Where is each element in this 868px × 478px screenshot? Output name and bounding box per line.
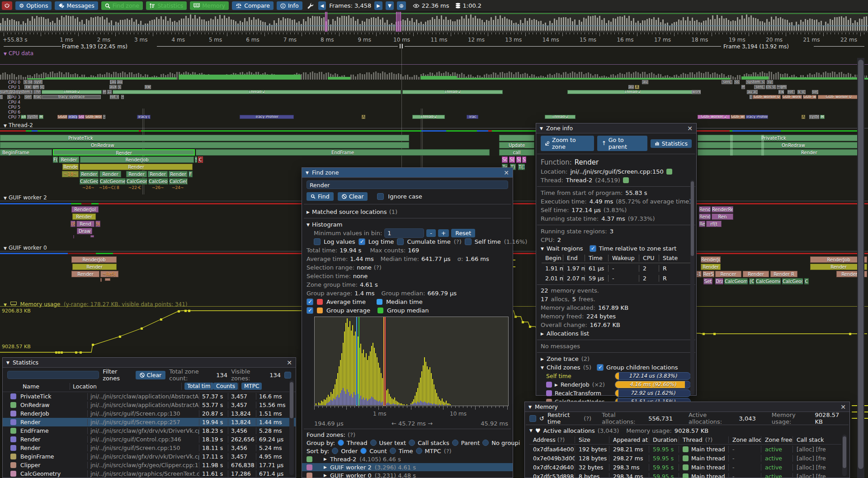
timeline-zone[interactable]: ( (0, 95, 3, 99)
timeline-zone[interactable]: Render (699, 213, 711, 220)
col-name[interactable]: Name (3, 383, 70, 390)
timeline-zone[interactable]: CalcGeome (724, 278, 748, 284)
timeline-zone[interactable]: Tracy (68, 115, 78, 119)
child-zone-row[interactable]: ▶RenderJob(×2)4.16 ms (92.60%) (536, 380, 696, 389)
close-icon[interactable]: ✕ (504, 169, 509, 176)
timeline-zone[interactable]: RenderJob (71, 256, 117, 263)
matched-source-locations[interactable]: Matched source locations (312, 208, 387, 215)
stats-extra-checkbox[interactable] (284, 372, 291, 379)
table-row[interactable]: CalcGeometryjni/../jni/src/claw/graphics… (3, 469, 296, 478)
min-bin-input[interactable]: 1 (384, 228, 424, 238)
allocation-row[interactable]: 0x7dfc53d8988 bytes298.34 ms59.95 sMain … (529, 472, 841, 478)
timeline-zone[interactable]: M (39, 115, 43, 119)
bin-minus-button[interactable]: - (426, 229, 436, 237)
timeline-zone[interactable]: s (24, 80, 28, 84)
timeline-zone[interactable]: Render (53, 149, 195, 156)
timeline-zone[interactable]: surf(@U2g( (0, 90, 15, 94)
timeline-zone[interactable]: sy (767, 80, 773, 84)
find-button[interactable]: Find (307, 192, 334, 201)
table-row[interactable]: Renderjni/../jni/src/guif/Screen.cpp:150… (3, 444, 296, 452)
timeline-zone[interactable]: m (103, 90, 106, 94)
timeline-zone[interactable] (761, 135, 764, 156)
timeline-zone[interactable]: RenderJo (699, 206, 711, 213)
timeline-zone[interactable]: au a( (747, 90, 758, 94)
timeline-zone[interactable]: 9( (95, 221, 100, 227)
zone-info-scrollbar[interactable] (691, 181, 694, 256)
histogram-plot[interactable] (314, 317, 509, 406)
timeline-zone[interactable]: A (635, 85, 639, 89)
timeline-zone[interactable]: GUIF worker 2 (698, 115, 730, 119)
timeline-zone[interactable]: [( (750, 95, 752, 99)
timeline-zone[interactable]: Sc (502, 156, 508, 163)
alloc-call-stack[interactable]: [alloc] [fre (793, 455, 841, 462)
timeline-zone[interactable]: Thre (33, 90, 41, 94)
alloc-call-stack[interactable]: [alloc] [fre (793, 464, 841, 471)
timeline-zone[interactable]: au (117, 80, 123, 84)
timeline-zone[interactable]: Thread-2 (402, 90, 503, 94)
timeline-zone[interactable]: Update (499, 142, 534, 148)
timeline-zone[interactable]: gm (33, 85, 39, 89)
timeline-zone[interactable]: PrivateTick (698, 135, 858, 141)
statistics-scrollbar[interactable] (290, 382, 293, 418)
timeline-zone[interactable]: S (195, 156, 197, 163)
timeline-zone[interactable]: Draw (77, 228, 92, 234)
timeline-zone[interactable]: (C (749, 278, 755, 284)
timeline-zone[interactable]: A (362, 115, 365, 119)
timeline-zone[interactable]: call (499, 149, 534, 156)
timeline-zone[interactable]: RerS (703, 271, 714, 277)
zone-thread[interactable]: Thread-2 (566, 177, 592, 184)
bin-reset-button[interactable]: Reset (451, 229, 475, 237)
timeline-zone[interactable]: rot_d (110, 95, 119, 99)
timeline-zone[interactable]: A (802, 115, 805, 119)
timeline-zone[interactable] (730, 135, 733, 156)
timeline-zone[interactable]: ~Re5( (100, 271, 118, 277)
timeline-zone[interactable]: Render (71, 271, 99, 277)
timeline-zone[interactable]: GUIF wor (85, 115, 102, 119)
timeline-zone[interactable]: Render (701, 264, 721, 270)
sortby-radio-mtpc[interactable] (416, 448, 422, 454)
timeline-zone[interactable]: Tracy Profiler (240, 115, 294, 119)
timeline-zone[interactable]: CalcGe( (169, 178, 188, 185)
timeline-zone[interactable]: F (189, 171, 193, 177)
child-zone-row[interactable]: RecalcTransform72.92 us (1.62%) (536, 389, 696, 398)
timeline-zone[interactable]: C (804, 278, 809, 284)
group-children-checkbox[interactable] (597, 364, 604, 371)
timeline-zone[interactable]: s (7, 95, 11, 99)
timeline-zone[interactable]: ~gms (777, 85, 787, 89)
statistics-titlebar[interactable]: ▼Statistics✕ (3, 358, 296, 368)
find-zone-titlebar[interactable]: ▼Find zone✕ (302, 168, 513, 178)
wait-region-row[interactable]: 1.91 ms1.97 ms61 µs-2R (542, 263, 691, 273)
timeline-zone[interactable]: Thread-2 (113, 90, 401, 94)
groupby-radio-user-text[interactable] (370, 440, 377, 446)
groupby-radio-call-stacks[interactable] (409, 440, 415, 446)
timeline-zone[interactable]: Tracy ( (137, 115, 151, 119)
timeline-zone[interactable]: -1( (696, 271, 702, 277)
sortby-radio-count[interactable] (360, 448, 367, 454)
timeline-zone[interactable]: BeginFrame (0, 149, 52, 156)
timeline-zone[interactable]: C (198, 156, 203, 163)
timeline-zone[interactable]: Th (21, 115, 26, 119)
timeline-zone[interactable]: Render (72, 264, 117, 270)
wait-regions-toggle[interactable]: Wait regions (547, 245, 583, 252)
timeline-zone[interactable]: syste (27, 115, 38, 119)
timeline-zone[interactable]: ser (24, 95, 32, 99)
table-row[interactable]: Clipperjni/../jni/src/claw/gfx/geo/Clipp… (3, 461, 296, 469)
timeline-zone[interactable]: Render (148, 171, 168, 177)
timeline-zone[interactable]: GUIF worker 0 (753, 95, 781, 99)
timeline-zone[interactable]: M (820, 115, 825, 119)
col-location[interactable]: Location (70, 383, 181, 390)
cumulate-time-checkbox[interactable] (397, 238, 404, 245)
timeline-zone[interactable]: RenderJol (71, 206, 99, 213)
timeline-zone[interactable]: rot_( (788, 90, 795, 94)
timeline-zone[interactable]: Render (59, 156, 79, 163)
cpu-data-header[interactable]: ▼CPU data (4, 50, 33, 57)
col-total-time[interactable]: Total tim (184, 383, 213, 390)
timeline-zone[interactable]: Thread-2 (567, 90, 698, 94)
main-scrollbar[interactable] (858, 60, 863, 469)
timeline-zone[interactable]: S( (509, 156, 515, 163)
timeline-zone[interactable]: system se (16, 90, 33, 94)
guif-worker-0-header[interactable]: ▼GUIF worker 0 (4, 245, 47, 251)
timeline-zone[interactable]: Rencer (715, 271, 741, 277)
timeline-zone[interactable]: se (28, 80, 33, 84)
zone-trace-toggle[interactable]: Zone trace (547, 355, 579, 362)
